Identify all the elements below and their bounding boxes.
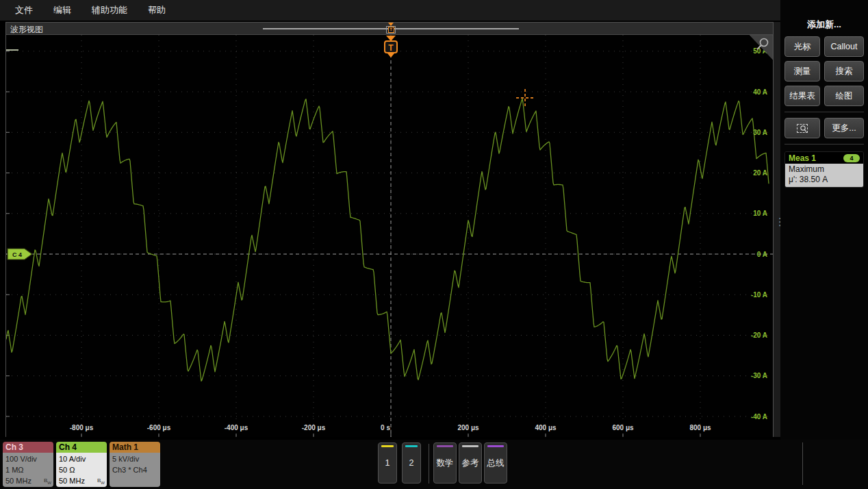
bus-color-stripe: [487, 445, 504, 447]
sidebar-separator: [784, 112, 864, 112]
menu-edit[interactable]: 编辑: [53, 4, 71, 16]
y-axis-label: 30 A: [753, 129, 767, 136]
add-results-table-button[interactable]: 结果表: [784, 86, 820, 106]
add-channel-1-button[interactable]: 1: [378, 442, 397, 484]
ch2-color-stripe: [405, 445, 418, 447]
meas1-type: Maximum: [789, 164, 860, 175]
y-axis-label: -40 A: [751, 413, 767, 421]
trigger-position-bracket-icon: T: [386, 26, 396, 34]
meas1-result-badge[interactable]: Meas 1 4 Maximum μ': 38.50 A: [784, 151, 864, 188]
y-axis-label: 40 A: [753, 88, 767, 96]
settings-bar: Ch 3 100 V/div 1 MΩ 50 MHzBW Ch 4 10 A/d…: [0, 440, 868, 489]
math1-expression: Ch3 * Ch4: [112, 464, 160, 475]
waveform-view-tabbar: 波形视图 T: [6, 23, 773, 35]
ch3-bandwidth: 50 MHzBW: [5, 475, 53, 486]
add-callout-button[interactable]: Callout: [824, 36, 864, 57]
ch1-color-stripe: [381, 445, 394, 447]
add-bus-button[interactable]: 总线: [484, 442, 507, 484]
results-bar: 添加新... 光标 Callout 测量 搜索 结果表 绘图 更多... Mea…: [780, 0, 868, 440]
ch4-waveform-trace: [6, 99, 769, 381]
trigger-flag-label: T: [388, 43, 394, 53]
x-axis-label: -400 μs: [225, 424, 248, 431]
waveform-view-window: 波形视图 T -800 μs-600 μs-400 μs-200 μs0 s20…: [5, 22, 774, 437]
add-more-button[interactable]: 更多...: [824, 118, 864, 138]
ch4-scale: 10 A/div: [59, 453, 107, 464]
zoom-overview-icon: [797, 124, 808, 133]
meas1-source-pill: 4: [843, 154, 860, 162]
add-channel-2-button[interactable]: 2: [402, 442, 421, 484]
add-new-label: 添加新...: [780, 18, 868, 31]
math1-name: Math 1: [110, 442, 160, 453]
add-reference-button[interactable]: 参考: [459, 442, 482, 484]
ch4-level-marker-label: C 4: [12, 251, 22, 258]
menu-bar: 文件 编辑 辅助功能 帮助: [0, 0, 868, 21]
horizontal-position-marker[interactable]: T: [385, 23, 396, 34]
x-axis-label: 0 s: [381, 424, 390, 431]
x-axis-label: 400 μs: [535, 424, 557, 431]
meas1-value: μ': 38.50 A: [789, 175, 860, 185]
math-color-stripe: [437, 445, 453, 447]
math1-scale: 5 kV/div: [112, 453, 160, 464]
x-axis-label: 200 μs: [457, 424, 479, 431]
trigger-pointer-icon: [387, 53, 394, 58]
graticule-area: -800 μs-600 μs-400 μs-200 μs0 s200 μs400…: [6, 35, 773, 437]
y-axis-label: -20 A: [751, 331, 767, 339]
x-axis-label: -200 μs: [302, 424, 326, 431]
button-divider: [429, 444, 429, 484]
menu-help[interactable]: 帮助: [148, 4, 166, 16]
ch3-name: Ch 3: [3, 442, 53, 453]
waveform-plot: -800 μs-600 μs-400 μs-200 μs0 s200 μs400…: [6, 35, 773, 437]
channel-badge-math1[interactable]: Math 1 5 kV/div Ch3 * Ch4: [110, 442, 160, 487]
bandwidth-limit-icon: BW: [97, 475, 105, 487]
add-plot-button[interactable]: 绘图: [824, 86, 864, 106]
y-axis-label: 0 A: [757, 251, 767, 258]
add-measure-button[interactable]: 测量: [784, 61, 820, 82]
ch4-bandwidth: 50 MHzBW: [59, 475, 107, 486]
x-axis-label: -600 μs: [147, 424, 171, 431]
waveform-view-title[interactable]: 波形视图: [10, 24, 43, 36]
splitter-rail: [774, 22, 780, 437]
ref-color-stripe: [462, 445, 478, 447]
ch4-name: Ch 4: [56, 442, 107, 453]
trigger-t-icon: T: [388, 27, 394, 33]
add-cursor-button[interactable]: 光标: [784, 36, 820, 57]
sidebar-separator: [784, 144, 864, 145]
add-search-button[interactable]: 搜索: [824, 61, 864, 82]
menu-utility[interactable]: 辅助功能: [92, 4, 127, 16]
y-axis-label: 10 A: [753, 210, 767, 217]
ch3-termination: 1 MΩ: [5, 464, 53, 475]
y-axis-label: 20 A: [753, 169, 767, 177]
trigger-arrow-icon[interactable]: [386, 36, 396, 41]
meas1-name: Meas 1: [789, 153, 843, 163]
x-axis-label: 600 μs: [612, 424, 634, 431]
y-axis-label: -10 A: [751, 291, 767, 299]
channel-badge-ch3[interactable]: Ch 3 100 V/div 1 MΩ 50 MHzBW: [3, 442, 53, 487]
ch3-scale: 100 V/div: [5, 453, 53, 464]
channel-badge-ch4[interactable]: Ch 4 10 A/div 50 Ω 50 MHzBW: [56, 442, 107, 487]
bandwidth-limit-icon: BW: [44, 475, 51, 487]
x-axis-label: -800 μs: [70, 424, 94, 431]
add-math-button[interactable]: 数学: [433, 442, 457, 484]
x-axis-label: 800 μs: [689, 424, 711, 431]
zoom-overview-button[interactable]: [784, 118, 820, 138]
bottombar-divider: [802, 442, 803, 485]
y-axis-label: -30 A: [751, 372, 767, 379]
menu-file[interactable]: 文件: [15, 4, 33, 16]
ch4-termination: 50 Ω: [59, 464, 107, 475]
